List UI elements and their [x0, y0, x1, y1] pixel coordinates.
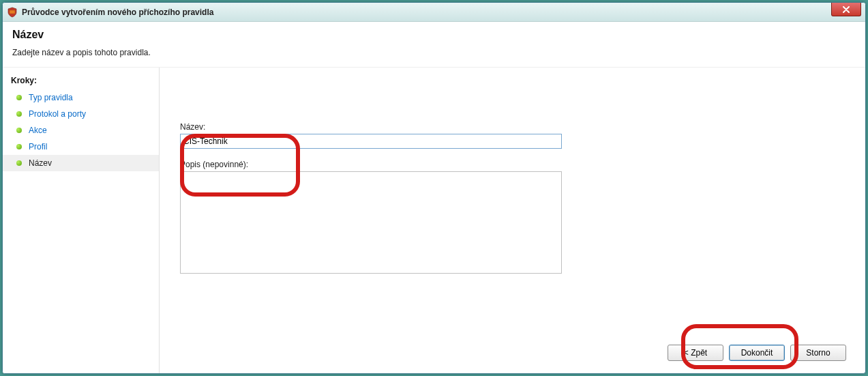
- step-label: Typ pravidla: [29, 93, 73, 102]
- step-item-action[interactable]: Akce: [3, 122, 159, 139]
- body-pane: Kroky: Typ pravidla Protokol a porty Akc…: [3, 68, 865, 373]
- bullet-icon: [16, 160, 22, 166]
- step-label: Akce: [29, 126, 47, 135]
- page-title: Název: [12, 29, 856, 41]
- finish-button[interactable]: Dokončit: [729, 345, 785, 361]
- name-label: Název:: [180, 122, 562, 132]
- step-label: Název: [29, 158, 52, 168]
- back-button[interactable]: < Zpět: [668, 345, 723, 361]
- step-item-protocol-ports[interactable]: Protokol a porty: [3, 106, 159, 122]
- bullet-icon: [16, 95, 22, 100]
- step-label: Profil: [29, 142, 47, 151]
- name-input[interactable]: [180, 134, 562, 149]
- step-item-profile[interactable]: Profil: [3, 139, 159, 155]
- steps-heading: Kroky:: [3, 73, 159, 89]
- bullet-icon: [16, 111, 22, 117]
- bullet-icon: [16, 128, 22, 133]
- step-item-name[interactable]: Název: [3, 155, 159, 171]
- titlebar: Průvodce vytvořením nového příchozího pr…: [3, 3, 865, 22]
- description-input[interactable]: [180, 171, 562, 274]
- svg-rect-0: [10, 10, 15, 14]
- page-subtitle: Zadejte název a popis tohoto pravidla.: [12, 48, 856, 57]
- name-field-group: Název:: [180, 122, 562, 149]
- window-title: Průvodce vytvořením nového příchozího pr…: [22, 8, 213, 17]
- cancel-button[interactable]: Storno: [790, 345, 846, 361]
- close-button[interactable]: [831, 3, 861, 16]
- header-pane: Název Zadejte název a popis tohoto pravi…: [3, 22, 865, 68]
- bullet-icon: [16, 144, 22, 149]
- button-row: < Zpět Dokončit Storno: [668, 345, 846, 361]
- steps-sidebar: Kroky: Typ pravidla Protokol a porty Akc…: [3, 68, 160, 373]
- description-field-group: Popis (nepovinné):: [180, 160, 562, 276]
- close-icon: [842, 6, 850, 13]
- dialog-window: Průvodce vytvořením nového příchozího pr…: [2, 2, 866, 374]
- description-label: Popis (nepovinné):: [180, 160, 562, 169]
- content-pane: Název: Popis (nepovinné): < Zpět Dokonči…: [160, 68, 865, 373]
- step-item-rule-type[interactable]: Typ pravidla: [3, 89, 159, 106]
- firewall-icon: [7, 7, 18, 18]
- step-label: Protokol a porty: [29, 109, 86, 119]
